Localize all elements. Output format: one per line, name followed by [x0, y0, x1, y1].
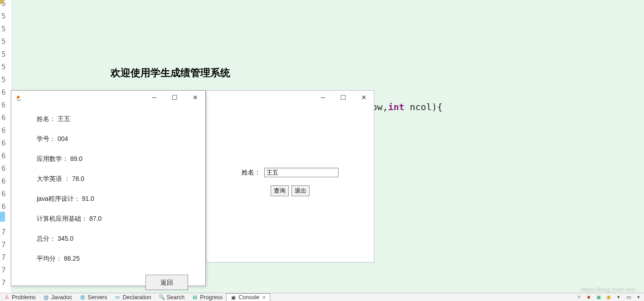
math-value: 89.0 — [70, 155, 82, 162]
line-number: 6 — [1, 164, 6, 173]
gutter-highlight — [0, 212, 5, 222]
line-number: 5 — [1, 12, 6, 20]
exit-button[interactable]: 退出 — [291, 185, 310, 196]
search-icon: 🔍 — [159, 294, 165, 301]
search-name-label: 姓名： — [242, 169, 261, 177]
line-number: 5 — [1, 50, 6, 58]
line-number: 6 — [1, 151, 6, 160]
line-number: 6 — [1, 113, 6, 122]
bottom-tab-bar: ⚠ Problems @ Javadoc ▥ Servers ▭ Declara… — [0, 293, 644, 301]
console-icon: ▣ — [230, 294, 237, 301]
tab-console[interactable]: ▣ Console ✕ — [226, 293, 270, 301]
tab-problems[interactable]: ⚠ Problems — [0, 293, 39, 301]
servers-icon: ▥ — [79, 294, 86, 301]
toolbar-icon[interactable]: ✕ — [575, 294, 582, 300]
math-label: 应用数学： — [37, 155, 68, 162]
line-number: 7 — [1, 278, 6, 287]
titlebar: ─ ☐ ✕ — [11, 91, 205, 106]
tab-search[interactable]: 🔍 Search — [155, 293, 189, 301]
toolbar-icon[interactable]: ▭ — [625, 294, 632, 300]
tab-label: Console — [238, 294, 259, 301]
line-number: 6 — [1, 189, 6, 198]
close-button[interactable]: ✕ — [353, 91, 374, 104]
avg-label: 平均分： — [37, 255, 62, 262]
minimize-button[interactable]: ─ — [144, 91, 165, 104]
back-button[interactable]: 返回 — [145, 275, 188, 290]
tab-progress[interactable]: ▤ Progress — [188, 293, 226, 301]
line-number: 6 — [1, 177, 6, 185]
name-label: 姓名： — [37, 115, 56, 122]
line-number-gutter: 55555556666666666777777 — [0, 0, 12, 294]
sid-value: 004 — [58, 135, 68, 142]
english-label: 大学英语 ： — [37, 175, 70, 182]
total-label: 总分： — [37, 235, 56, 242]
code-keyword: int — [388, 102, 404, 112]
progress-icon: ▤ — [192, 294, 198, 301]
name-value: 王五 — [58, 115, 70, 122]
query-button[interactable]: 查询 — [271, 185, 289, 196]
minimize-icon: ─ — [321, 94, 325, 101]
java-icon — [15, 94, 22, 102]
declaration-icon: ▭ — [114, 294, 121, 301]
line-number: 5 — [1, 37, 6, 46]
close-icon: ✕ — [361, 94, 367, 101]
line-number: 5 — [1, 75, 6, 84]
total-value: 345.0 — [58, 235, 73, 242]
minimize-button[interactable]: ─ — [313, 91, 333, 104]
toolbar-icon[interactable]: ▣ — [595, 294, 602, 300]
titlebar: ─ ☐ ✕ — [206, 91, 374, 106]
computer-label: 计算机应用基础： — [37, 215, 87, 222]
tab-label: Javadoc — [51, 294, 73, 301]
line-number: 5 — [1, 63, 6, 71]
tab-javadoc[interactable]: @ Javadoc — [39, 293, 76, 301]
tab-label: Problems — [12, 294, 36, 301]
watermark: https://blog.csdn.net/... — [581, 286, 640, 293]
line-number: 6 — [1, 126, 6, 135]
maximize-icon: ☐ — [340, 94, 346, 101]
java-value: 91.0 — [82, 195, 94, 202]
maximize-button[interactable]: ☐ — [333, 91, 353, 104]
computer-value: 87.0 — [89, 215, 102, 222]
tab-declaration[interactable]: ▭ Declaration — [111, 293, 155, 301]
line-number: 7 — [1, 240, 6, 249]
result-window: ─ ☐ ✕ 姓名： 王五 学号： 004 应用数学： 89.0 大学英语 ： 7… — [11, 90, 206, 286]
search-name-input[interactable] — [264, 168, 339, 177]
line-number: 6 — [1, 139, 6, 147]
avg-value: 86.25 — [64, 255, 80, 262]
toolbar-icon[interactable]: ▾ — [635, 294, 642, 300]
close-button[interactable]: ✕ — [185, 91, 205, 104]
close-icon: ✕ — [193, 94, 198, 101]
welcome-title: 欢迎使用学生成绩管理系统 — [111, 66, 230, 80]
toolbar-icon[interactable]: ■ — [585, 294, 592, 300]
toolbar-right-icons: ✕ ■ ▣ ▣ ▾ ▭ ▾ — [575, 293, 642, 301]
toolbar-icon[interactable]: ▾ — [615, 294, 622, 300]
search-window: ─ ☐ ✕ 姓名： 查询 退出 — [206, 90, 374, 262]
java-label: java程序设计： — [37, 195, 80, 202]
javadoc-icon: @ — [43, 294, 49, 301]
tab-label: Declaration — [122, 294, 151, 301]
tab-label: Progress — [200, 294, 223, 301]
line-number: 7 — [1, 266, 6, 274]
english-value: 78.0 — [72, 175, 84, 182]
line-number: 6 — [1, 88, 6, 97]
code-fragment: ncol){ — [404, 102, 442, 112]
toolbar-icon[interactable]: ▣ — [605, 294, 612, 300]
line-number: 5 — [1, 24, 6, 33]
tab-label: Servers — [87, 294, 107, 301]
tab-label: Search — [167, 294, 185, 301]
sid-label: 学号： — [37, 135, 56, 142]
tab-servers[interactable]: ▥ Servers — [76, 293, 111, 301]
code-line: ow,int ncol){ — [372, 102, 443, 112]
gutter-marker — [0, 0, 4, 4]
maximize-icon: ☐ — [172, 94, 178, 101]
minimize-icon: ─ — [152, 94, 157, 101]
result-body: 姓名： 王五 学号： 004 应用数学： 89.0 大学英语 ： 78.0 ja… — [11, 106, 205, 290]
maximize-button[interactable]: ☐ — [165, 91, 185, 104]
line-number: 6 — [1, 202, 6, 211]
problems-icon: ⚠ — [4, 294, 10, 301]
line-number: 6 — [1, 101, 6, 109]
line-number: 7 — [1, 253, 6, 262]
close-tab-icon[interactable]: ✕ — [262, 295, 266, 301]
line-number: 7 — [1, 228, 6, 236]
